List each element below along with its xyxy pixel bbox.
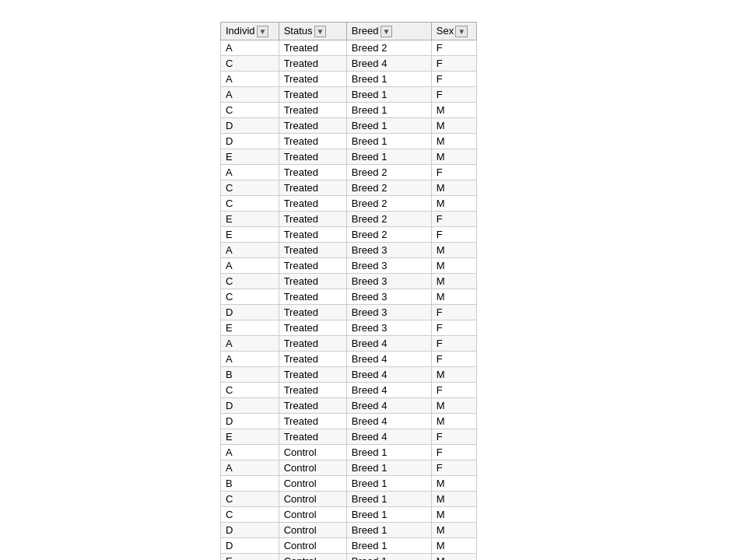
cell-individual: E bbox=[221, 212, 279, 227]
cell-breed: Breed 4 bbox=[346, 336, 431, 352]
cell-sex: M bbox=[431, 243, 476, 258]
cell-individual: A bbox=[221, 165, 279, 180]
cell-sex: M bbox=[431, 196, 476, 212]
cell-status: Treated bbox=[279, 398, 346, 414]
cell-breed: Breed 1 bbox=[346, 103, 431, 118]
cell-sex: M bbox=[431, 274, 476, 289]
cell-breed: Breed 1 bbox=[346, 476, 431, 492]
cell-individual: A bbox=[221, 445, 279, 460]
cell-breed: Breed 1 bbox=[346, 460, 431, 476]
cell-breed: Breed 1 bbox=[346, 554, 431, 561]
cell-breed: Breed 1 bbox=[346, 523, 431, 538]
cell-sex: F bbox=[431, 429, 476, 445]
cell-status: Treated bbox=[279, 414, 346, 429]
cell-breed: Breed 1 bbox=[346, 134, 431, 149]
cell-individual: E bbox=[221, 227, 279, 243]
cell-individual: E bbox=[221, 320, 279, 336]
filter-button-sex[interactable]: ▼ bbox=[455, 26, 468, 37]
cell-sex: M bbox=[431, 103, 476, 118]
cell-status: Treated bbox=[279, 243, 346, 258]
table-body: ATreatedBreed 2FCTreatedBreed 4FATreated… bbox=[221, 40, 477, 561]
cell-status: Treated bbox=[279, 352, 346, 367]
column-label-sex: Sex bbox=[437, 25, 454, 37]
column-header-breed: Breed▼ bbox=[346, 23, 431, 40]
cell-breed: Breed 3 bbox=[346, 243, 431, 258]
cell-status: Control bbox=[279, 554, 346, 561]
cell-individual: C bbox=[221, 507, 279, 523]
cell-individual: C bbox=[221, 196, 279, 212]
cell-individual: E bbox=[221, 429, 279, 445]
cell-sex: F bbox=[431, 336, 476, 352]
cell-status: Control bbox=[279, 460, 346, 476]
cell-individual: E bbox=[221, 149, 279, 165]
table-row: AControlBreed 1F bbox=[221, 460, 477, 476]
column-label-status: Status bbox=[284, 25, 313, 37]
table-row: CControlBreed 1M bbox=[221, 507, 477, 523]
cell-breed: Breed 2 bbox=[346, 165, 431, 180]
cell-sex: F bbox=[431, 305, 476, 320]
cell-sex: F bbox=[431, 352, 476, 367]
cell-sex: M bbox=[431, 492, 476, 507]
cell-status: Treated bbox=[279, 165, 346, 180]
cell-sex: M bbox=[431, 554, 476, 561]
cell-individual: D bbox=[221, 118, 279, 134]
table-row: ETreatedBreed 1M bbox=[221, 149, 477, 165]
cell-breed: Breed 2 bbox=[346, 40, 431, 56]
cell-status: Treated bbox=[279, 227, 346, 243]
cell-sex: F bbox=[431, 383, 476, 398]
cell-individual: C bbox=[221, 56, 279, 72]
cell-status: Treated bbox=[279, 87, 346, 103]
cell-sex: M bbox=[431, 398, 476, 414]
cell-breed: Breed 1 bbox=[346, 492, 431, 507]
cell-sex: F bbox=[431, 445, 476, 460]
table-row: DTreatedBreed 4M bbox=[221, 398, 477, 414]
cell-status: Treated bbox=[279, 72, 346, 87]
table-row: BTreatedBreed 4M bbox=[221, 367, 477, 383]
cell-individual: A bbox=[221, 87, 279, 103]
cell-sex: F bbox=[431, 87, 476, 103]
cell-individual: A bbox=[221, 72, 279, 87]
table-row: AControlBreed 1F bbox=[221, 445, 477, 460]
table-row: ETreatedBreed 2F bbox=[221, 227, 477, 243]
cell-sex: F bbox=[431, 72, 476, 87]
cell-breed: Breed 4 bbox=[346, 56, 431, 72]
table-row: ATreatedBreed 2F bbox=[221, 165, 477, 180]
cell-status: Treated bbox=[279, 429, 346, 445]
filter-button-status[interactable]: ▼ bbox=[314, 26, 327, 37]
data-table: Individ▼Status▼Breed▼Sex▼ ATreatedBreed … bbox=[220, 22, 477, 560]
cell-status: Treated bbox=[279, 118, 346, 134]
cell-individual: E bbox=[221, 554, 279, 561]
cell-status: Treated bbox=[279, 149, 346, 165]
cell-status: Control bbox=[279, 538, 346, 554]
cell-status: Treated bbox=[279, 134, 346, 149]
table-row: CTreatedBreed 3M bbox=[221, 289, 477, 305]
cell-individual: A bbox=[221, 258, 279, 274]
filter-button-individual[interactable]: ▼ bbox=[257, 26, 269, 37]
cell-breed: Breed 2 bbox=[346, 180, 431, 196]
cell-breed: Breed 4 bbox=[346, 398, 431, 414]
cell-breed: Breed 3 bbox=[346, 320, 431, 336]
table-row: DControlBreed 1M bbox=[221, 538, 477, 554]
table-row: CTreatedBreed 3M bbox=[221, 274, 477, 289]
table-row: CTreatedBreed 1M bbox=[221, 103, 477, 118]
cell-individual: C bbox=[221, 492, 279, 507]
cell-sex: M bbox=[431, 538, 476, 554]
cell-sex: M bbox=[431, 289, 476, 305]
table-row: CTreatedBreed 4F bbox=[221, 383, 477, 398]
cell-status: Treated bbox=[279, 367, 346, 383]
table-row: DControlBreed 1M bbox=[221, 523, 477, 538]
table-row: ETreatedBreed 3F bbox=[221, 320, 477, 336]
cell-sex: F bbox=[431, 56, 476, 72]
cell-status: Treated bbox=[279, 274, 346, 289]
cell-breed: Breed 3 bbox=[346, 274, 431, 289]
table-header: Individ▼Status▼Breed▼Sex▼ bbox=[221, 23, 477, 40]
cell-status: Control bbox=[279, 507, 346, 523]
cell-sex: M bbox=[431, 507, 476, 523]
cell-individual: A bbox=[221, 40, 279, 56]
table-row: EControlBreed 1M bbox=[221, 554, 477, 561]
cell-sex: F bbox=[431, 165, 476, 180]
filter-button-breed[interactable]: ▼ bbox=[381, 26, 393, 37]
cell-sex: F bbox=[431, 212, 476, 227]
cell-breed: Breed 2 bbox=[346, 212, 431, 227]
cell-breed: Breed 2 bbox=[346, 227, 431, 243]
